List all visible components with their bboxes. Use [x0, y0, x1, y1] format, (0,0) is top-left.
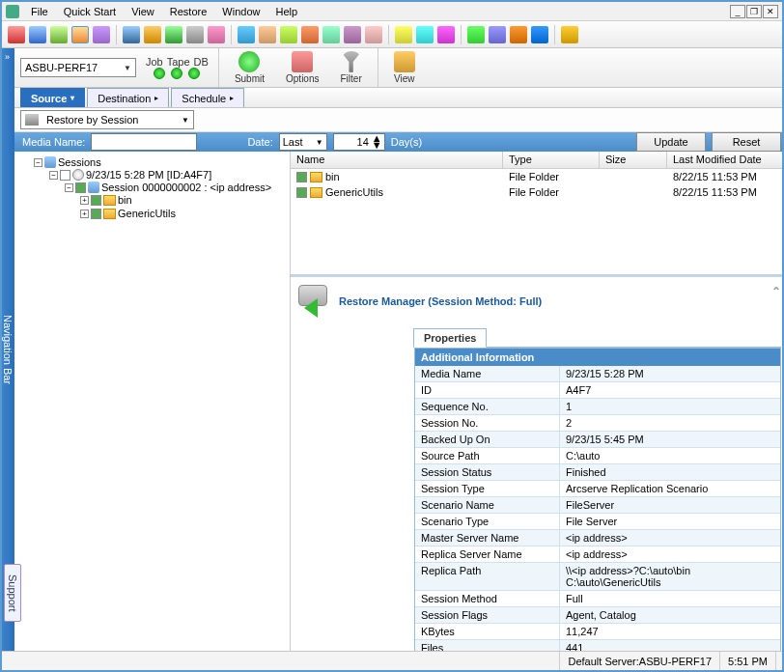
toolbar-icon-17[interactable] [365, 26, 382, 43]
property-value: <ip address> [560, 530, 780, 546]
navigation-bar[interactable]: » Navigation Bar [2, 48, 14, 651]
property-key: Files [415, 640, 560, 651]
restore-mode-combo[interactable]: Restore by Session ▼ [20, 110, 194, 129]
vsep-2 [378, 48, 378, 87]
status-server: Default Server:ASBU-PERF17 [560, 652, 720, 670]
menu-help[interactable]: Help [267, 4, 305, 19]
toolbar-icon-2[interactable] [29, 26, 46, 43]
menu-view[interactable]: View [124, 4, 162, 19]
checkbox-checked[interactable] [75, 182, 86, 193]
filter-bar: Media Name: Date: Last ▼ 14 ▲▼ Day(s) Up… [14, 132, 782, 152]
collapse-icon[interactable]: ⌃ [771, 285, 781, 298]
property-key: ID [415, 382, 560, 398]
checkbox[interactable] [60, 170, 70, 181]
toolbar-icon-23[interactable] [510, 26, 527, 43]
reset-button[interactable]: Reset [712, 132, 781, 152]
checkbox-checked[interactable] [91, 209, 101, 219]
server-combo[interactable]: ASBU-PERF17 ▼ [20, 58, 136, 77]
tree-date-node[interactable]: − 9/23/15 5:28 PM [ID:A4F7] [49, 169, 286, 181]
submit-button[interactable]: Submit [229, 51, 270, 84]
toolbar-icon-6[interactable] [123, 26, 140, 43]
tree-session-node[interactable]: − Session 0000000002 : <ip address> [65, 182, 286, 193]
menu-restore[interactable]: Restore [162, 4, 215, 19]
toolbar-icon-1[interactable] [8, 26, 25, 43]
expander-icon[interactable]: − [65, 183, 73, 192]
server-row: ASBU-PERF17 ▼ Job Tape DB Submit [14, 48, 782, 88]
toolbar-icon-15[interactable] [322, 26, 340, 43]
list-row[interactable]: bin File Folder 8/22/15 11:53 PM [291, 169, 782, 184]
property-row: Backed Up On9/23/15 5:45 PM [415, 432, 780, 448]
update-button[interactable]: Update [636, 132, 706, 152]
property-row: Session MethodFull [415, 591, 780, 607]
checkbox-checked[interactable] [296, 187, 307, 198]
toolbar-icon-24[interactable] [531, 26, 548, 43]
tab-schedule[interactable]: Schedule ▸ [171, 88, 244, 107]
property-row: Files441 [415, 640, 780, 651]
checkbox-checked[interactable] [296, 172, 307, 182]
property-value: 9/23/15 5:45 PM [560, 432, 780, 447]
property-value: Agent, Catalog [560, 607, 780, 623]
properties-tab[interactable]: Properties [413, 328, 487, 348]
tree-root[interactable]: − Sessions [34, 156, 286, 168]
media-name-input[interactable] [91, 133, 197, 151]
property-value: Full [560, 591, 780, 606]
col-type[interactable]: Type [503, 152, 600, 168]
menu-file[interactable]: File [23, 4, 56, 19]
maximize-button[interactable]: ❐ [746, 5, 762, 18]
col-modified[interactable]: Last Modified Date [667, 152, 782, 168]
checkbox-checked[interactable] [91, 195, 101, 206]
col-name[interactable]: Name [291, 152, 503, 168]
toolbar-icon-13[interactable] [280, 26, 297, 43]
menu-quickstart[interactable]: Quick Start [56, 4, 124, 19]
property-row: Session StatusFinished [415, 464, 780, 481]
col-size[interactable]: Size [600, 152, 667, 168]
toolbar-icon-12[interactable] [259, 26, 276, 43]
toolbar-icon-3[interactable] [50, 26, 68, 43]
toolbar-icon-7[interactable] [144, 26, 161, 43]
toolbar-icon-21[interactable] [467, 26, 485, 43]
cell-name: bin [325, 171, 340, 182]
toolbar-icon-8[interactable] [165, 26, 182, 43]
toolbar-icon-9[interactable] [186, 26, 204, 43]
list-header: Name Type Size Last Modified Date [291, 152, 782, 169]
days-spinner[interactable]: 14 ▲▼ [333, 133, 385, 151]
list-row[interactable]: GenericUtils File Folder 8/22/15 11:53 P… [291, 184, 782, 200]
days-suffix-label: Day(s) [391, 136, 422, 148]
toolbar-icon-19[interactable] [416, 26, 434, 43]
property-value: 441 [560, 640, 780, 651]
tree-bin-label: bin [118, 194, 132, 206]
menubar: File Quick Start View Restore Window Hel… [2, 2, 782, 21]
status-group: Job Tape DB [146, 56, 209, 79]
filter-button[interactable]: Filter [334, 51, 367, 84]
property-row: KBytes11,247 [415, 624, 780, 640]
toolbar-icon-4[interactable] [71, 26, 89, 43]
minimize-button[interactable]: _ [730, 5, 745, 18]
cell-type: File Folder [503, 186, 600, 198]
support-label: Support [7, 574, 18, 612]
toolbar-icon-5[interactable] [93, 26, 110, 43]
tab-destination[interactable]: Destination ▸ [87, 88, 169, 107]
property-key: Backed Up On [415, 432, 560, 447]
tab-source[interactable]: Source ▾ [20, 88, 85, 107]
toolbar-icon-22[interactable] [489, 26, 506, 43]
toolbar-icon-10[interactable] [208, 26, 225, 43]
toolbar-icon-11[interactable] [238, 26, 255, 43]
tree-generic-node[interactable]: + GenericUtils [80, 208, 286, 219]
expander-icon[interactable]: + [80, 196, 89, 205]
toolbar-icon-14[interactable] [301, 26, 319, 43]
support-bar[interactable]: Support [4, 564, 21, 622]
expander-icon[interactable]: − [34, 158, 42, 167]
options-button[interactable]: Options [280, 51, 324, 84]
toolbar-icon-16[interactable] [344, 26, 361, 43]
date-range-combo[interactable]: Last ▼ [279, 133, 327, 151]
toolbar-icon-18[interactable] [395, 26, 412, 43]
menu-window[interactable]: Window [214, 4, 267, 19]
expander-icon[interactable]: + [80, 210, 89, 218]
expander-icon[interactable]: − [49, 171, 58, 180]
close-button[interactable]: ✕ [763, 5, 778, 18]
tree-bin-node[interactable]: + bin [80, 194, 286, 206]
view-button[interactable]: View [388, 51, 421, 84]
toolbar-icon-25[interactable] [561, 26, 578, 43]
toolbar-icon-20[interactable] [437, 26, 455, 43]
days-value: 14 [357, 136, 369, 148]
